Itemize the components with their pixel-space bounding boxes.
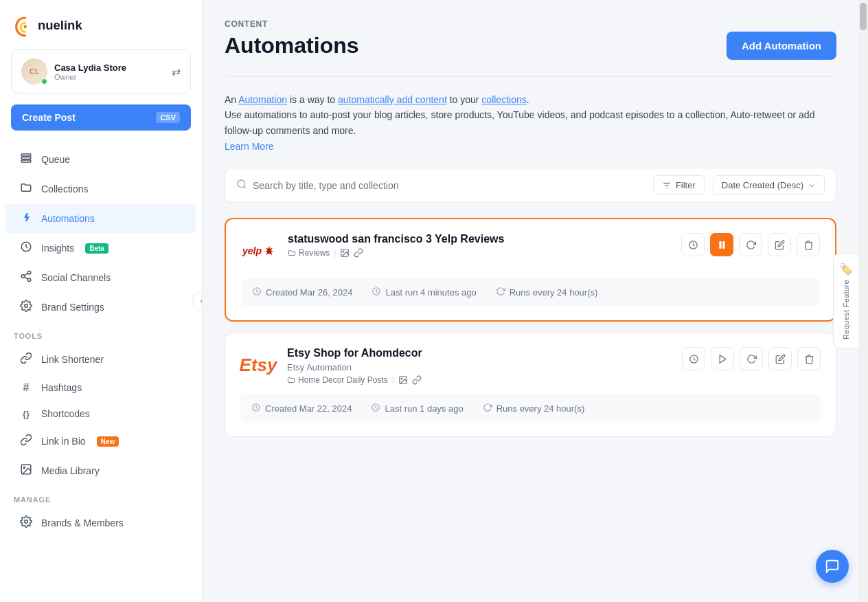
manage-section-label: MANAGE — [0, 486, 202, 508]
etsy-card-tags: Home Decor Daily Posts | — [287, 375, 671, 385]
yelp-edit-button[interactable] — [768, 233, 791, 256]
divider — [225, 76, 836, 77]
create-post-button[interactable]: Create Post CSV — [11, 104, 191, 131]
link-icon — [354, 248, 363, 258]
svg-rect-2 — [21, 154, 31, 156]
sidebar-item-link-in-bio[interactable]: Link in Bio New — [5, 427, 196, 456]
yelp-lastrun-meta: Last run 4 minutes ago — [372, 287, 476, 298]
etsy-clock-icon-created — [251, 403, 261, 414]
svg-point-0 — [23, 25, 27, 29]
link-in-bio-label: Link in Bio — [41, 436, 86, 447]
svg-point-25 — [401, 378, 402, 379]
search-filter-bar: Filter Date Created (Desc) — [225, 168, 836, 203]
scrollbar[interactable] — [858, 0, 868, 602]
title-row: Automations Add Automation — [225, 32, 836, 60]
etsy-runs: Runs every 24 hour(s) — [496, 403, 585, 414]
tools-section-label: TOOLS — [0, 322, 202, 344]
svg-rect-21 — [722, 241, 724, 248]
main-content: CONTENT Automations Add Automation An Au… — [203, 0, 858, 602]
user-profile[interactable]: CL Casa Lydia Store Owner ⇄ — [11, 49, 191, 93]
etsy-last-run: Last run 1 days ago — [385, 403, 463, 414]
info-text-2: Use automations to auto-post your blog a… — [225, 107, 836, 138]
yelp-collection-tag: Reviews — [288, 248, 330, 258]
etsy-collection-name: Home Decor Daily Posts — [298, 375, 388, 385]
filter-button[interactable]: Filter — [653, 175, 705, 195]
etsy-edit-button[interactable] — [768, 347, 792, 370]
yelp-burst-icon — [263, 245, 275, 257]
hashtags-icon: # — [19, 381, 33, 394]
request-feature-panel[interactable]: 🏷️ Request Feature — [833, 254, 858, 348]
etsy-refresh-button[interactable] — [740, 347, 763, 370]
sidebar-item-hashtags[interactable]: # Hashtags — [5, 375, 196, 401]
etsy-card-info: Etsy Shop for Ahomdecor Etsy Automation … — [287, 347, 671, 385]
etsy-card-title: Etsy Shop for Ahomdecor — [287, 347, 671, 359]
insights-label: Insights — [41, 243, 74, 254]
avatar: CL — [21, 58, 47, 85]
yelp-card-tags: Reviews | — [288, 248, 670, 258]
sidebar-item-link-shortener[interactable]: Link Shortener — [5, 345, 196, 374]
queue-icon — [19, 152, 33, 167]
yelp-card-title: statuswood san francisco 3 Yelp Reviews — [288, 233, 670, 245]
link-shortener-icon — [19, 352, 33, 367]
shortcodes-label: Shortcodes — [41, 408, 90, 419]
yelp-refresh-button[interactable] — [739, 233, 762, 256]
automation-link[interactable]: Automation — [238, 94, 287, 105]
user-info: Casa Lydia Store Owner — [54, 63, 165, 81]
yelp-created-date: Created Mar 26, 2024 — [266, 287, 352, 298]
link-icon-etsy — [412, 375, 422, 385]
svg-point-6 — [27, 271, 31, 275]
etsy-schedule-button[interactable] — [682, 347, 705, 370]
automatically-link[interactable]: automatically add content — [338, 94, 447, 105]
etsy-card-subtitle: Etsy Automation — [287, 362, 671, 372]
logo-svg: nuelink — [14, 12, 96, 40]
sidebar-item-automations[interactable]: Automations — [5, 204, 196, 233]
sidebar-item-insights[interactable]: Insights Beta — [5, 234, 196, 263]
sort-label: Date Created (Desc) — [722, 180, 803, 190]
etsy-created-date: Created Mar 22, 2024 — [265, 403, 352, 414]
search-input[interactable] — [253, 180, 645, 191]
etsy-delete-button[interactable] — [797, 347, 821, 370]
yelp-delete-button[interactable] — [797, 233, 820, 256]
social-channels-label: Social Channels — [41, 272, 111, 283]
sidebar-item-media-library[interactable]: Media Library — [5, 456, 196, 485]
link-shortener-label: Link Shortener — [41, 354, 104, 365]
learn-more-link[interactable]: Learn More — [225, 141, 274, 152]
sidebar-item-brand-settings[interactable]: Brand Settings — [5, 293, 196, 322]
yelp-card-info: statuswood san francisco 3 Yelp Reviews … — [288, 233, 670, 258]
clock-icon-lastrun — [372, 287, 381, 298]
sidebar: nuelink CL Casa Lydia Store Owner ⇄ Crea… — [0, 0, 203, 602]
shortcodes-icon: {} — [19, 409, 33, 419]
svg-point-7 — [21, 275, 25, 278]
etsy-collection-tag: Home Decor Daily Posts — [287, 375, 388, 385]
request-feature-icon: 🏷️ — [839, 263, 853, 276]
scrollbar-thumb[interactable] — [860, 3, 867, 30]
automations-label: Automations — [41, 213, 95, 224]
social-channels-icon — [19, 270, 33, 285]
chat-button[interactable] — [816, 550, 849, 583]
yelp-schedule-button[interactable] — [681, 233, 705, 256]
sidebar-item-shortcodes[interactable]: {} Shortcodes — [5, 401, 196, 426]
collections-link[interactable]: collections — [481, 94, 526, 105]
svg-marker-27 — [720, 355, 726, 363]
svg-point-9 — [25, 304, 28, 308]
svg-point-12 — [25, 520, 28, 524]
etsy-lastrun-meta: Last run 1 days ago — [371, 403, 463, 414]
sort-button[interactable]: Date Created (Desc) — [713, 175, 825, 195]
yelp-pause-button[interactable] — [710, 233, 733, 256]
sidebar-item-collections[interactable]: Collections — [5, 175, 196, 203]
card-header-yelp: yelp statuswood san francisco 3 Yelp Rev… — [241, 233, 820, 269]
switch-account-icon[interactable]: ⇄ — [172, 65, 181, 78]
sidebar-item-queue[interactable]: Queue — [5, 145, 196, 174]
refresh-icon-runs — [496, 287, 505, 298]
sidebar-item-social-channels[interactable]: Social Channels — [5, 263, 196, 292]
content-area: CONTENT Automations Add Automation An Au… — [203, 0, 858, 602]
etsy-play-button[interactable] — [711, 347, 734, 370]
add-automation-button[interactable]: Add Automation — [727, 32, 836, 60]
online-indicator — [41, 78, 47, 85]
page-title: Automations — [225, 33, 359, 58]
automation-card-yelp: yelp statuswood san francisco 3 Yelp Rev… — [225, 218, 836, 322]
search-icon — [236, 179, 247, 192]
info-text-1: An Automation is a way to automatically … — [225, 92, 836, 107]
brand-settings-icon — [19, 300, 33, 315]
sidebar-item-brands-members[interactable]: Brands & Members — [5, 509, 196, 537]
